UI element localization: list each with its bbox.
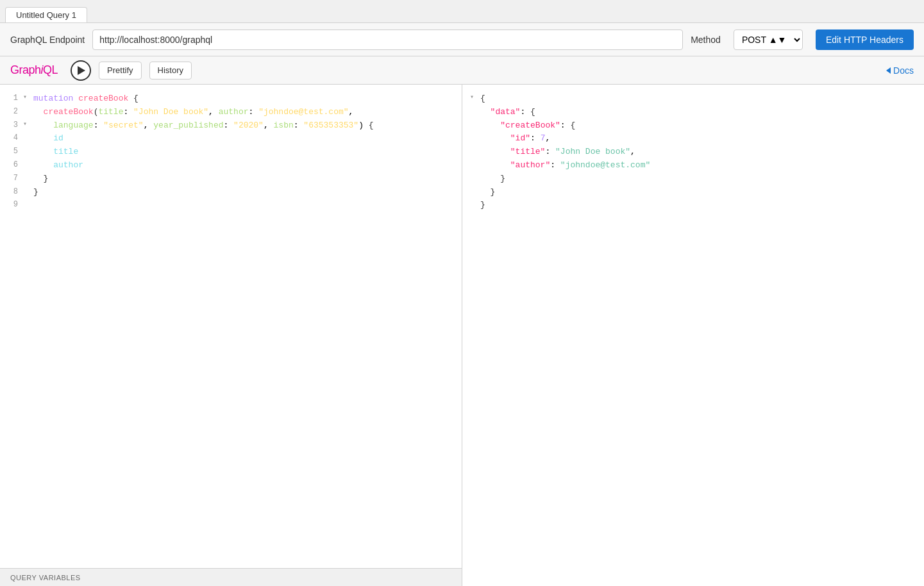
query-line: 6 author xyxy=(0,159,462,172)
tab-label: Untitled Query 1 xyxy=(16,10,76,20)
run-icon xyxy=(78,66,85,75)
docs-button[interactable]: Docs xyxy=(886,65,914,76)
editor-pane: 1▾mutation createBook {2 createBook(titl… xyxy=(0,85,462,586)
prettify-button[interactable]: Prettify xyxy=(99,62,141,80)
result-line: "data": { xyxy=(462,106,924,119)
method-label: Method xyxy=(691,35,721,45)
method-select[interactable]: POST ▲▼ GET xyxy=(734,29,803,50)
query-tab[interactable]: Untitled Query 1 xyxy=(5,7,87,22)
graphiql-logo: GraphiQL xyxy=(10,63,58,77)
query-variables-label: QUERY VARIABLES xyxy=(10,574,81,582)
chevron-left-icon xyxy=(886,67,891,74)
query-editor[interactable]: 1▾mutation createBook {2 createBook(titl… xyxy=(0,90,462,214)
endpoint-bar: GraphQL Endpoint Method POST ▲▼ GET Edit… xyxy=(0,23,924,56)
query-line: 1▾mutation createBook { xyxy=(0,92,462,106)
result-pane: ▾{ "data": { "createBook": { "id": 7, "t… xyxy=(462,85,924,586)
main-area: 1▾mutation createBook {2 createBook(titl… xyxy=(0,85,924,586)
query-line: 4 id xyxy=(0,132,462,146)
result-viewer: ▾{ "data": { "createBook": { "id": 7, "t… xyxy=(462,90,924,215)
query-line: 3▾ language: "secret", year_published: "… xyxy=(0,119,462,133)
result-line: } xyxy=(462,172,924,186)
query-line: 8} xyxy=(0,186,462,199)
run-button[interactable] xyxy=(71,60,91,81)
history-button[interactable]: History xyxy=(149,62,192,80)
query-line: 5 title xyxy=(0,146,462,159)
result-line: ▾{ xyxy=(462,92,924,106)
result-line: "id": 7, xyxy=(462,132,924,146)
query-line: 9 xyxy=(0,199,462,212)
graphiql-toolbar: GraphiQL Prettify History Docs xyxy=(0,56,924,85)
endpoint-input[interactable] xyxy=(92,29,683,50)
tab-bar: Untitled Query 1 xyxy=(0,0,924,23)
query-variables-bar[interactable]: QUERY VARIABLES xyxy=(0,568,462,586)
result-line: } xyxy=(462,186,924,199)
editor-content[interactable]: 1▾mutation createBook {2 createBook(titl… xyxy=(0,85,462,568)
query-line: 2 createBook(title: "John Doe book", aut… xyxy=(0,106,462,119)
result-line: } xyxy=(462,199,924,212)
edit-headers-button[interactable]: Edit HTTP Headers xyxy=(816,29,914,50)
endpoint-label: GraphQL Endpoint xyxy=(10,35,85,45)
result-line: "author": "johndoe@test.com" xyxy=(462,159,924,172)
query-line: 7 } xyxy=(0,172,462,186)
result-line: "createBook": { xyxy=(462,119,924,133)
result-line: "title": "John Doe book", xyxy=(462,146,924,159)
docs-label: Docs xyxy=(893,65,914,76)
